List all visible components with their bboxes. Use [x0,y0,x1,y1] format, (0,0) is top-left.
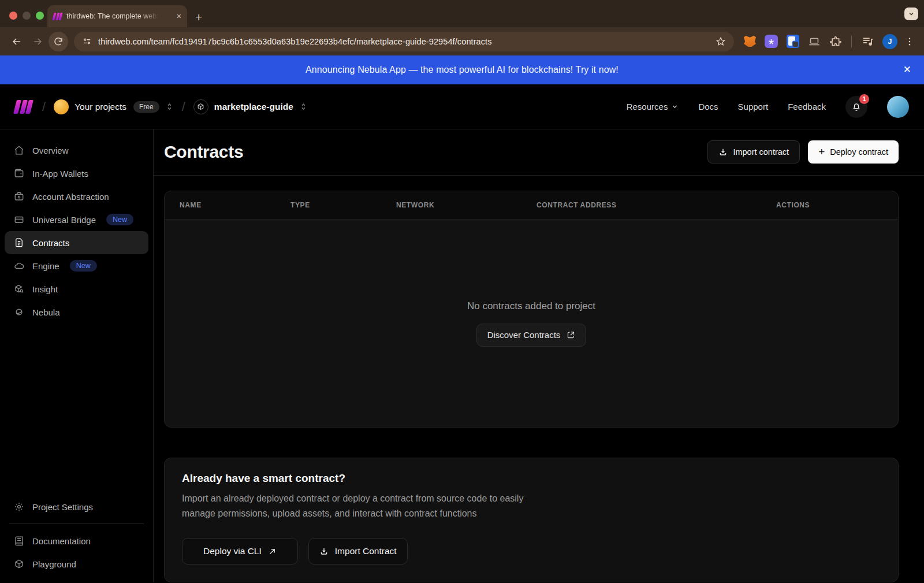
sidebar-divider [9,523,144,524]
announcement-text[interactable]: Announcing Nebula App — the most powerfu… [305,65,619,75]
column-contract-address: CONTRACT ADDRESS [536,201,776,209]
notifications-button[interactable]: 1 [845,96,867,118]
vault-icon [14,191,24,202]
nav-docs[interactable]: Docs [698,102,718,112]
thirdweb-favicon [52,13,62,20]
new-badge: New [70,260,97,272]
browser-tab[interactable]: thirdweb: The complete web3 × [47,5,187,27]
purple-extension-icon[interactable]: * [764,34,778,49]
extensions-puzzle-icon[interactable] [828,34,843,49]
contracts-table-card: NAME TYPE NETWORK CONTRACT ADDRESS ACTIO… [164,191,899,428]
sidebar-item-nebula[interactable]: Nebula [5,300,148,324]
team-switcher-icon[interactable] [165,102,174,111]
discover-contracts-button[interactable]: Discover Contracts [476,324,587,347]
metamask-extension-icon[interactable] [743,34,757,49]
shield-extension-icon[interactable] [785,34,800,49]
wallet-icon [14,168,24,179]
gear-icon [14,502,24,512]
deploy-contract-button[interactable]: + Deploy contract [808,140,899,164]
sidebar-item-contracts[interactable]: Contracts [5,231,148,254]
card-icon [14,214,24,225]
import-contract-button[interactable]: Import contract [707,140,800,164]
import-contract-promo-button[interactable]: Import Contract [308,538,408,565]
window-controls [9,12,44,20]
sidebar-item-documentation[interactable]: Documentation [5,529,148,552]
table-empty-state: No contracts added to project Discover C… [165,220,898,427]
window-zoom-button[interactable] [36,12,44,20]
external-link-icon [567,331,575,339]
announcement-banner[interactable]: Announcing Nebula App — the most powerfu… [0,55,924,84]
column-network: NETWORK [396,201,536,209]
column-type: TYPE [290,201,396,209]
file-text-icon [14,237,24,248]
window-close-button[interactable] [9,12,17,20]
banner-close-icon[interactable]: ✕ [903,64,911,76]
new-tab-button[interactable]: + [195,11,202,23]
sidebar-item-insight[interactable]: Insight [5,277,148,300]
toolbar-divider [851,36,852,47]
project-cube-icon [193,99,208,114]
laptop-icon[interactable] [807,34,821,49]
download-icon [319,547,329,556]
promo-description: Import an already deployed contract or d… [182,491,586,521]
tab-title: thirdweb: The complete web3 [66,12,159,20]
plan-badge: Free [133,101,159,113]
user-avatar[interactable] [887,96,909,118]
home-icon [14,145,24,155]
browser-profile-avatar[interactable]: J [882,34,897,49]
tab-close-icon[interactable]: × [177,12,181,20]
planet-icon [14,307,24,317]
nav-support[interactable]: Support [738,102,769,112]
page-title: Contracts [164,142,243,162]
browser-toolbar: thirdweb.com/team/fcd194917bc9c6b1c6553d… [0,27,924,55]
team-name[interactable]: Your projects [74,102,126,112]
sidebar-item-engine[interactable]: Engine New [5,254,148,277]
back-icon[interactable] [7,32,27,51]
chevron-down-icon [671,103,679,110]
sidebar-item-in-app-wallets[interactable]: In-App Wallets [5,162,148,185]
sidebar-item-universal-bridge[interactable]: Universal Bridge New [5,208,148,231]
bookmark-star-icon[interactable] [716,36,726,47]
deploy-via-cli-button[interactable]: Deploy via CLI [182,538,298,565]
column-actions: ACTIONS [776,201,883,209]
tab-search-chevron-icon[interactable] [904,8,918,20]
cloud-icon [14,261,24,271]
window-minimize-button[interactable] [23,12,31,20]
book-icon [14,536,24,546]
project-name[interactable]: marketplace-guide [214,102,293,112]
team-avatar[interactable] [54,99,69,114]
column-name: NAME [180,201,290,209]
empty-state-text: No contracts added to project [467,300,595,312]
thirdweb-logo[interactable] [13,100,33,114]
notification-count-badge: 1 [859,94,869,104]
browser-menu-icon[interactable] [904,36,915,47]
sidebar: Overview In-App Wallets Account Abstract… [0,129,154,582]
nav-feedback[interactable]: Feedback [788,102,826,112]
app-header: / Your projects Free / marketplace-guide… [0,84,924,129]
project-switcher-icon[interactable] [299,102,308,111]
sidebar-item-overview[interactable]: Overview [5,139,148,162]
package-search-icon [14,284,24,294]
forward-icon [28,32,47,51]
breadcrumb-separator: / [182,99,185,114]
new-badge: New [106,214,133,225]
browser-tab-strip: thirdweb: The complete web3 × + [0,0,924,27]
media-queue-icon[interactable] [860,34,875,49]
bell-icon [851,102,862,112]
table-header-row: NAME TYPE NETWORK CONTRACT ADDRESS ACTIO… [165,191,898,220]
nav-resources[interactable]: Resources [627,102,679,112]
sidebar-item-playground[interactable]: Playground [5,552,148,575]
url-bar[interactable]: thirdweb.com/team/fcd194917bc9c6b1c6553d… [74,32,734,51]
breadcrumb-separator: / [42,99,46,114]
site-settings-icon[interactable] [82,36,92,46]
sidebar-item-account-abstraction[interactable]: Account Abstraction [5,185,148,208]
download-icon [718,147,728,157]
url-text[interactable]: thirdweb.com/team/fcd194917bc9c6b1c6553d… [98,37,492,46]
main-content: Contracts Import contract + Deploy contr… [154,129,924,582]
reload-icon[interactable] [49,32,68,51]
cube-icon [14,559,24,569]
plus-icon: + [818,146,825,158]
sidebar-item-project-settings[interactable]: Project Settings [5,495,148,518]
promo-card: Already have a smart contract? Import an… [164,458,899,582]
arrow-up-right-icon [268,547,277,556]
